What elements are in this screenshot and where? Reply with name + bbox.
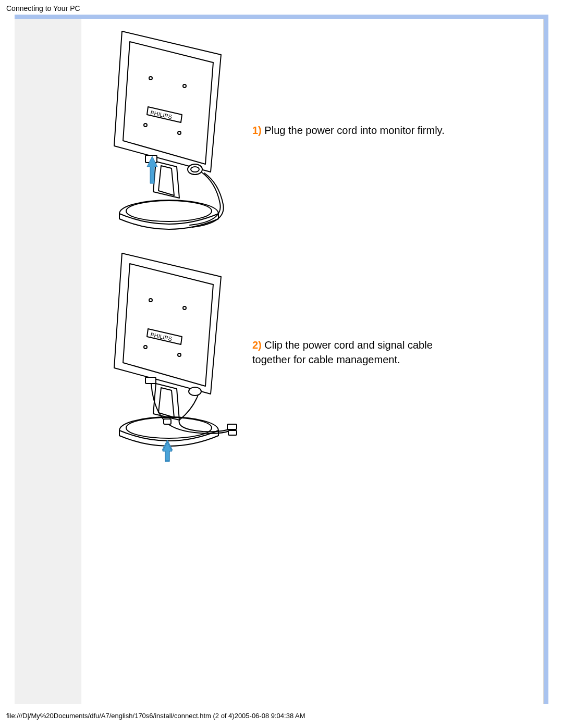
step-row-2: PHILIPS (85, 243, 539, 462)
svg-point-3 (178, 131, 181, 134)
step-1-number: 1) (252, 125, 262, 136)
step-2-text: Clip the power cord and signal cable tog… (252, 339, 433, 365)
left-sidebar (15, 19, 81, 704)
main-content: PHILIPS (81, 19, 544, 704)
content-area: PHILIPS (15, 19, 544, 704)
page-frame: PHILIPS (15, 15, 548, 704)
svg-rect-20 (164, 419, 171, 424)
step-2-number: 2) (252, 339, 262, 351)
svg-point-6 (126, 201, 212, 221)
svg-point-0 (149, 77, 152, 80)
page-footer: file:///D|/My%20Documents/dfu/A7/english… (6, 712, 305, 720)
step-1-text-block: 1) Plug the power cord into monitor firm… (252, 123, 445, 138)
svg-point-7 (188, 164, 202, 175)
monitor-illustration-1: PHILIPS (85, 21, 242, 240)
svg-point-14 (178, 353, 181, 356)
svg-point-2 (144, 124, 147, 127)
footer-text: file:///D|/My%20Documents/dfu/A7/english… (6, 712, 305, 720)
monitor-illustration-2: PHILIPS (85, 243, 242, 462)
svg-point-18 (189, 387, 201, 396)
step-row-1: PHILIPS (85, 21, 539, 240)
header-title: Connecting to Your PC (6, 4, 80, 13)
svg-point-13 (144, 346, 147, 349)
step-2-text-block: 2) Clip the power cord and signal cable … (252, 338, 450, 367)
step-1-text: Plug the power cord into monitor firmly. (264, 125, 444, 136)
svg-rect-21 (227, 424, 237, 429)
svg-rect-22 (228, 430, 237, 435)
svg-point-11 (149, 299, 152, 302)
svg-point-1 (183, 84, 186, 88)
svg-rect-19 (145, 377, 156, 384)
svg-point-12 (183, 306, 186, 310)
